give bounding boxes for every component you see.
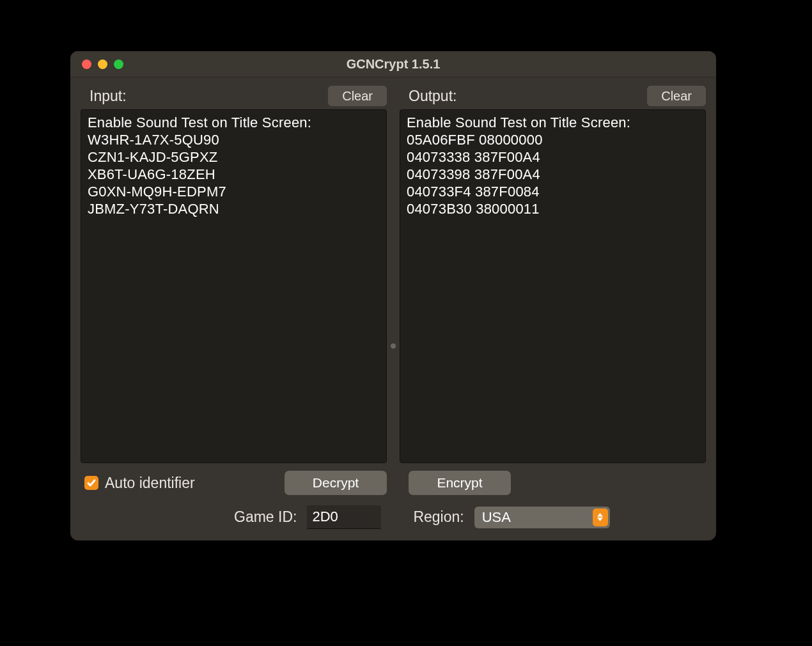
game-id-input[interactable] [307, 505, 381, 529]
game-id-label: Game ID: [234, 508, 297, 526]
input-clear-button[interactable]: Clear [328, 86, 387, 106]
output-pane-header: Output: Clear [400, 85, 706, 107]
input-pane: Input: Clear [81, 85, 387, 463]
region-select[interactable]: USA [474, 507, 610, 528]
input-pane-header: Input: Clear [81, 85, 387, 107]
window-zoom-button[interactable] [114, 59, 123, 69]
traffic-lights [82, 59, 123, 69]
chevron-down-icon [597, 517, 603, 521]
auto-identifier-checkbox-wrap[interactable]: Auto identifier [84, 475, 195, 492]
panes-container: Input: Clear Output: Clear [81, 85, 706, 463]
action-cell-right: Encrypt [400, 471, 705, 495]
check-icon [86, 478, 97, 488]
decrypt-button[interactable]: Decrypt [285, 471, 387, 495]
input-textarea[interactable] [81, 109, 387, 463]
chevron-up-icon [597, 513, 603, 517]
titlebar: GCNCrypt 1.5.1 [70, 51, 716, 77]
region-stepper[interactable] [593, 508, 608, 526]
input-label: Input: [90, 88, 127, 105]
encrypt-button[interactable]: Encrypt [409, 471, 511, 495]
output-pane: Output: Clear [400, 85, 706, 463]
output-textarea[interactable] [400, 109, 706, 463]
window-minimize-button[interactable] [98, 59, 107, 69]
region-select-value: USA [482, 509, 511, 526]
action-cell-left: Auto identifier Decrypt [82, 471, 387, 495]
region-label: Region: [413, 508, 464, 526]
bottom-row: Game ID: Region: USA [81, 503, 706, 530]
splitter-handle[interactable] [391, 343, 396, 349]
window-title: GCNCrypt 1.5.1 [70, 57, 716, 72]
app-window: GCNCrypt 1.5.1 Input: Clear Output: Clea… [70, 51, 716, 540]
auto-identifier-label: Auto identifier [105, 475, 195, 492]
content-area: Input: Clear Output: Clear [70, 77, 716, 540]
action-row: Auto identifier Decrypt Encrypt [81, 471, 706, 495]
auto-identifier-checkbox[interactable] [84, 476, 98, 490]
window-close-button[interactable] [82, 59, 91, 69]
output-label: Output: [409, 88, 457, 105]
output-clear-button[interactable]: Clear [647, 86, 706, 106]
